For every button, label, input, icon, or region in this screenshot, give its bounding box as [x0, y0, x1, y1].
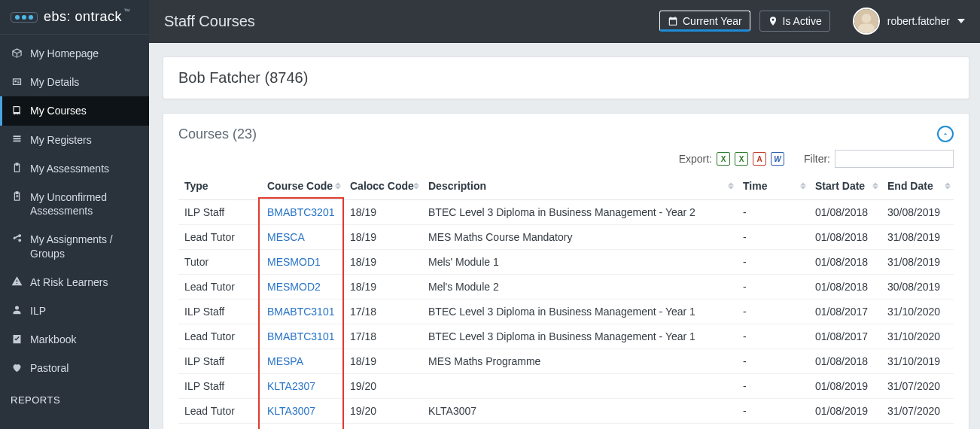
warn-icon	[11, 275, 23, 288]
cell-time: -	[737, 374, 809, 399]
col-time[interactable]: Time	[737, 172, 809, 200]
check-icon	[11, 333, 23, 345]
course-code-link[interactable]: BMABTC3101	[267, 306, 334, 318]
course-code-link[interactable]: MESPA	[267, 355, 303, 367]
courses-table: TypeCourse CodeCalocc CodeDescriptionTim…	[178, 172, 954, 429]
cell-code: KLTA3007	[261, 424, 344, 430]
course-code-link[interactable]: MESCA	[267, 231, 305, 243]
export-xlsx-icon[interactable]: X	[735, 152, 748, 166]
chip-is-active[interactable]: Is Active	[759, 11, 830, 32]
brand-text: ebs: ontrack	[44, 9, 122, 25]
sidebar-item-my-registers[interactable]: My Registers	[0, 126, 149, 154]
sidebar-item-my-assignments-groups[interactable]: My Assignments / Groups	[0, 225, 149, 267]
cell-calocc: 18/19	[344, 275, 422, 300]
page-title: Staff Courses	[164, 13, 650, 30]
cell-code: MESCA	[261, 225, 344, 250]
cell-time: -	[737, 424, 809, 430]
sidebar-item-label: My Assignments / Groups	[30, 233, 138, 260]
export-xls-icon[interactable]: X	[717, 152, 730, 166]
list-icon	[11, 133, 23, 145]
cell-code: KLTA2307	[261, 374, 344, 399]
cell-desc	[422, 374, 737, 399]
cell-start: 01/08/2017	[809, 300, 881, 324]
sidebar-item-ilp[interactable]: ILP	[0, 297, 149, 325]
sidebar-item-label: Markbook	[30, 333, 76, 346]
cell-type: Lead Tutor	[178, 399, 261, 424]
cell-time: -	[737, 200, 809, 225]
cell-desc: Mels' Module 1	[422, 250, 737, 275]
chevron-down-icon	[957, 19, 965, 23]
table-row: ILP StaffKLTA230719/20-01/08/201931/07/2…	[178, 374, 954, 399]
cell-calocc: 19/20	[344, 424, 422, 430]
sidebar-item-label: My Unconfirmed Assessments	[30, 190, 138, 218]
export-pdf-icon[interactable]: A	[753, 152, 766, 166]
course-code-link[interactable]: KLTA2307	[267, 380, 315, 392]
col-course-code[interactable]: Course Code	[261, 172, 344, 200]
course-code-link[interactable]: BMABTC3101	[267, 330, 334, 342]
sort-arrows-icon	[413, 183, 419, 190]
heart-icon	[11, 361, 23, 373]
sidebar-item-label: At Risk Learners	[30, 275, 108, 289]
cell-type: ILP Staff	[178, 349, 261, 374]
cell-calocc: 18/19	[344, 200, 422, 225]
sidebar-item-my-details[interactable]: My Details	[0, 68, 149, 96]
cell-start: 01/08/2019	[809, 374, 881, 399]
sidebar-item-my-unconfirmed-assessments[interactable]: My Unconfirmed Assessments	[0, 183, 149, 225]
col-calocc-code[interactable]: Calocc Code	[344, 172, 422, 200]
chip-label: Is Active	[783, 15, 822, 27]
cell-desc: Mel's Module 2	[422, 275, 737, 300]
course-code-link[interactable]: KLTA3007	[267, 405, 315, 417]
course-code-link[interactable]: MESMOD1	[267, 256, 321, 268]
person-header: Bob Fatcher (8746)	[178, 69, 954, 87]
sort-arrows-icon	[945, 183, 951, 190]
course-code-link[interactable]: BMABTC3201	[267, 206, 334, 218]
col-description[interactable]: Description	[422, 172, 737, 200]
table-row: Lead TutorKLTA300719/20KLTA3007-01/08/20…	[178, 399, 954, 424]
cell-desc: BTEC Level 3 Diploma in Business Managem…	[422, 324, 737, 349]
cell-end: 31/10/2020	[881, 324, 954, 349]
cell-start: 01/08/2018	[809, 200, 881, 225]
sidebar-item-label: My Courses	[30, 104, 87, 117]
sidebar-item-my-homepage[interactable]: My Homepage	[0, 39, 149, 68]
sidebar-item-pastoral[interactable]: Pastoral	[0, 354, 149, 382]
cell-time: -	[737, 250, 809, 275]
courses-card: Courses (23) Export: X X A W Filter:	[163, 113, 969, 429]
sidebar-item-at-risk-learners[interactable]: At Risk Learners	[0, 268, 149, 297]
table-row: Lead TutorBMABTC310117/18BTEC Level 3 Di…	[178, 324, 954, 349]
sidebar: ebs: ontrack ™ My HomepageMy DetailsMy C…	[0, 0, 149, 429]
user-name: robert.fatcher	[887, 15, 950, 27]
chip-current-year[interactable]: Current Year	[659, 11, 750, 32]
col-end-date[interactable]: End Date	[881, 172, 954, 200]
cell-code: MESMOD2	[261, 275, 344, 300]
filter-input[interactable]	[835, 150, 954, 168]
sort-arrows-icon	[872, 183, 878, 190]
share-icon	[11, 233, 23, 245]
sidebar-item-label: ILP	[30, 304, 46, 318]
chip-label: Current Year	[683, 15, 742, 27]
sidebar-item-label: My Details	[30, 75, 79, 89]
cell-type: ILP Staff	[178, 374, 261, 399]
tools-row: Export: X X A W Filter:	[178, 150, 954, 168]
cell-start: 01/08/2019	[809, 399, 881, 424]
cell-end: 30/08/2019	[881, 200, 954, 225]
collapse-button[interactable]	[937, 126, 954, 142]
course-code-link[interactable]: MESMOD2	[267, 281, 321, 293]
cell-type: ILP Staff	[178, 424, 261, 430]
sidebar-item-my-courses[interactable]: My Courses	[0, 96, 149, 125]
col-start-date[interactable]: Start Date	[809, 172, 881, 200]
table-row: Lead TutorMESCA18/19MES Maths Course Man…	[178, 225, 954, 250]
sort-arrows-icon	[728, 183, 734, 190]
cell-calocc: 17/18	[344, 324, 422, 349]
brand-logo[interactable]: ebs: ontrack ™	[0, 0, 149, 35]
cell-time: -	[737, 275, 809, 300]
courses-panel-title: Courses (23)	[178, 126, 257, 142]
cell-type: Lead Tutor	[178, 275, 261, 300]
sidebar-item-markbook[interactable]: Markbook	[0, 325, 149, 354]
col-type[interactable]: Type	[178, 172, 261, 200]
user-menu[interactable]: robert.fatcher	[853, 8, 965, 35]
export-doc-icon[interactable]: W	[771, 152, 784, 166]
cell-calocc: 18/19	[344, 349, 422, 374]
table-row: TutorMESMOD118/19Mels' Module 1-01/08/20…	[178, 250, 954, 275]
pin-icon	[768, 16, 778, 26]
sidebar-item-my-assessments[interactable]: My Assessments	[0, 154, 149, 183]
